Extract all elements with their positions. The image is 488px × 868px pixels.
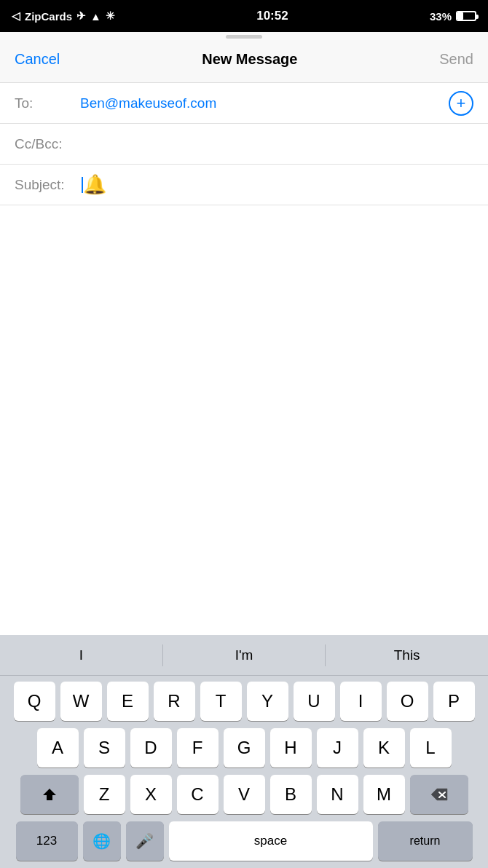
key-t[interactable]: T [200,682,242,721]
form-area: To: Ben@makeuseof.com + Cc/Bcc: Subject:… [0,83,488,205]
key-h[interactable]: H [270,728,312,768]
subject-row[interactable]: Subject: 🔔 [0,165,488,205]
to-value[interactable]: Ben@makeuseof.com [80,95,449,111]
message-body-area[interactable] [0,205,488,395]
numbers-key[interactable]: 123 [16,821,78,861]
cc-bcc-label: Cc/Bcc: [15,136,80,152]
key-f[interactable]: F [177,728,219,768]
bottom-row: 123 🌐 🎤 space return [3,821,485,861]
send-button[interactable]: Send [439,51,473,68]
nav-bar: Cancel New Message Send [0,36,488,83]
subject-label: Subject: [15,177,80,193]
to-label: To: [15,95,80,111]
nav-title: New Message [202,51,297,68]
cc-bcc-row[interactable]: Cc/Bcc: [0,124,488,165]
status-bar: ◁ ZipCards ✈ ▲ ✳ 10:52 33% [0,0,488,32]
key-i[interactable]: I [340,682,382,721]
battery-icon [456,11,476,21]
key-g[interactable]: G [224,728,265,768]
battery-percent: 33% [430,10,452,23]
keyboard-rows: Q W E R T Y U I O P A S D F G H J K L [0,676,488,868]
key-row-2: A S D F G H J K L [3,728,485,768]
wifi-icon: ▲ [90,10,101,23]
key-d[interactable]: D [130,728,172,768]
status-time: 10:52 [256,9,288,23]
to-row: To: Ben@makeuseof.com + [0,83,488,124]
key-n[interactable]: N [317,775,358,814]
key-row-1: Q W E R T Y U I O P [3,682,485,721]
bell-icon[interactable]: 🔔 [83,173,106,196]
keyboard: I I'm This Q W E R T Y U I O P A S D F G… [0,635,488,868]
key-p[interactable]: P [433,682,475,721]
globe-key[interactable]: 🌐 [83,821,121,861]
shift-icon [41,786,58,803]
airplane-icon: ✈ [76,9,86,23]
key-k[interactable]: K [363,728,405,768]
key-y[interactable]: Y [247,682,288,721]
key-j[interactable]: J [317,728,358,768]
return-key[interactable]: return [378,821,473,861]
key-r[interactable]: R [154,682,195,721]
key-u[interactable]: U [294,682,335,721]
predictive-word-2[interactable]: I'm [163,647,326,663]
delete-key[interactable] [410,775,468,814]
microphone-key[interactable]: 🎤 [126,821,164,861]
key-c[interactable]: C [177,775,219,814]
key-s[interactable]: S [84,728,125,768]
key-row-3: Z X C V B N M [3,775,485,814]
key-w[interactable]: W [60,682,102,721]
key-z[interactable]: Z [84,775,125,814]
key-l[interactable]: L [410,728,452,768]
key-b[interactable]: B [270,775,312,814]
key-m[interactable]: M [363,775,405,814]
key-v[interactable]: V [224,775,265,814]
key-a[interactable]: A [37,728,79,768]
key-q[interactable]: Q [14,682,55,721]
spinner-icon: ✳ [106,9,115,23]
cancel-button[interactable]: Cancel [15,51,60,68]
key-x[interactable]: X [130,775,172,814]
status-left: ◁ ZipCards ✈ ▲ ✳ [12,9,115,23]
predictive-word-1[interactable]: I [0,647,162,663]
predictive-bar: I I'm This [0,635,488,676]
shift-key[interactable] [20,775,79,814]
key-e[interactable]: E [107,682,149,721]
key-o[interactable]: O [387,682,428,721]
delete-icon [430,787,449,802]
drag-handle-bar [226,35,262,39]
back-arrow-icon: ◁ [12,9,20,23]
status-right: 33% [430,10,476,23]
app-name: ZipCards [25,10,72,23]
predictive-word-3[interactable]: This [326,647,488,663]
space-key[interactable]: space [169,821,373,861]
add-recipient-button[interactable]: + [449,91,473,116]
